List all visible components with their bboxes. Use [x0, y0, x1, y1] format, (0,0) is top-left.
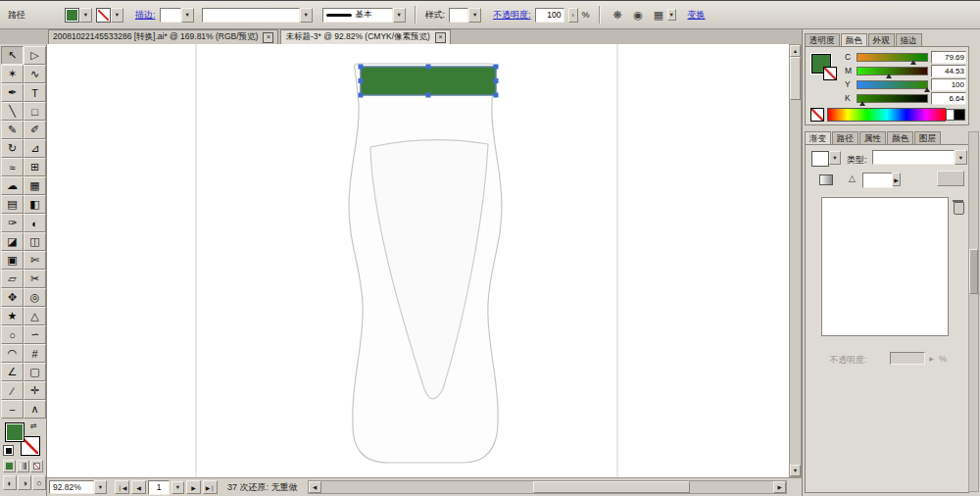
gradient-mode-button[interactable]: [17, 460, 29, 472]
line-segment-tool[interactable]: ╲: [1, 102, 24, 121]
add-anchor-point-tool[interactable]: ✛: [24, 381, 46, 400]
eraser-tool[interactable]: ▱: [1, 270, 24, 288]
cyan-slider[interactable]: [857, 53, 928, 62]
stroke-color-dropdown-arrow[interactable]: ▾: [111, 8, 123, 23]
none-color-swatch[interactable]: [810, 108, 824, 122]
rectangle-tool[interactable]: □: [24, 102, 46, 121]
stroke-profile-select[interactable]: ▾: [202, 8, 313, 23]
lasso-tool[interactable]: ∿: [24, 65, 46, 83]
magenta-slider[interactable]: [857, 67, 928, 75]
grid-dropdown-arrow[interactable]: ▾: [667, 9, 676, 21]
tab-stroke[interactable]: 描边: [896, 33, 922, 47]
yellow-slider[interactable]: [857, 80, 928, 89]
knife-tool[interactable]: ∕: [1, 381, 24, 400]
color-sphere-icon[interactable]: ◉: [630, 7, 647, 24]
live-paint-selection-tool[interactable]: ◫: [24, 232, 46, 251]
gradient-swatch-dropdown-arrow[interactable]: ▾: [829, 151, 841, 165]
tab-path[interactable]: 路径: [832, 131, 858, 145]
pen-tool[interactable]: ✒: [1, 83, 24, 102]
recolor-artwork-icon[interactable]: ❋: [610, 7, 626, 24]
stroke-profile-dropdown-arrow[interactable]: ▾: [300, 8, 313, 23]
grid-icon[interactable]: ▦: [651, 7, 667, 24]
scroll-down-icon[interactable]: ▼: [790, 465, 801, 476]
next-page-icon[interactable]: ▶: [186, 480, 201, 494]
rotate-tool[interactable]: ↻: [1, 139, 24, 158]
live-paint-bucket-tool[interactable]: ◪: [1, 232, 24, 251]
cyan-slider-thumb[interactable]: [910, 60, 916, 65]
close-tab-icon[interactable]: ×: [435, 32, 446, 43]
mesh-tool[interactable]: ▤: [1, 195, 24, 214]
page-dropdown-arrow[interactable]: ▾: [172, 481, 184, 494]
vertical-scrollbar-thumb[interactable]: [790, 57, 801, 100]
horizontal-scrollbar[interactable]: ◀ ▶: [308, 480, 787, 494]
selection-handle[interactable]: [359, 93, 364, 98]
scroll-right-icon[interactable]: ▶: [773, 481, 786, 493]
gradient-angle-input[interactable]: [862, 173, 894, 188]
spiral-tool[interactable]: ∽: [24, 325, 46, 344]
angle-stepper-icon[interactable]: ▶: [892, 173, 901, 186]
brush-select[interactable]: 基本 ▾: [322, 8, 406, 23]
zoom-control[interactable]: 92.82% ▾: [49, 480, 107, 494]
scroll-up-icon[interactable]: ▲: [790, 45, 801, 57]
tab-gradient[interactable]: 渐变: [805, 131, 831, 145]
close-tab-icon[interactable]: ×: [263, 32, 273, 43]
selection-handle[interactable]: [494, 65, 499, 70]
opacity-panel-link[interactable]: 不透明度:: [493, 9, 531, 22]
stroke-color-swatch[interactable]: [96, 8, 111, 23]
type-tool[interactable]: T: [24, 83, 46, 102]
magic-wand-tool[interactable]: ✶: [1, 65, 24, 83]
zoom-dropdown-arrow[interactable]: ▾: [94, 480, 107, 494]
scissors-tool[interactable]: ✂: [24, 270, 46, 288]
tab-color-2[interactable]: 颜色: [887, 131, 913, 145]
warp-tool[interactable]: ≈: [1, 158, 24, 176]
fill-color-dropdown-arrow[interactable]: ▾: [79, 8, 92, 23]
black-value-input[interactable]: [931, 92, 966, 105]
align-grid-control[interactable]: ▦ ▾: [651, 7, 676, 24]
selection-handle[interactable]: [494, 78, 499, 83]
selection-handle[interactable]: [426, 93, 431, 98]
tab-transparency[interactable]: 透明度: [805, 33, 840, 47]
first-page-icon[interactable]: ❘◀: [115, 480, 129, 494]
panel-stroke-swatch[interactable]: [823, 67, 837, 80]
last-page-icon[interactable]: ▶❘: [203, 480, 218, 494]
black-slider[interactable]: [857, 94, 928, 103]
delete-anchor-point-tool[interactable]: −: [1, 400, 24, 419]
stroke-weight-select[interactable]: ▾: [160, 8, 194, 23]
pencil-tool[interactable]: ✐: [24, 121, 46, 139]
tab-layers[interactable]: 图层: [914, 131, 941, 145]
gradient-preview-area[interactable]: [821, 197, 949, 336]
eyedropper-tool[interactable]: ✑: [1, 214, 24, 232]
blend-tool[interactable]: ◐: [24, 214, 46, 232]
canvas[interactable]: [47, 44, 789, 477]
screen-mode-full-menu-icon[interactable]: ◑: [18, 475, 31, 490]
tab-attributes[interactable]: 属性: [859, 131, 886, 145]
opacity-stepper[interactable]: ›: [568, 8, 578, 23]
selection-handle[interactable]: [494, 93, 499, 98]
dock-scrollbar[interactable]: [968, 131, 979, 492]
fill-proxy-swatch[interactable]: [5, 422, 24, 442]
fill-color-swatch[interactable]: [65, 8, 79, 23]
none-mode-button[interactable]: [30, 460, 43, 472]
selected-rectangle[interactable]: [361, 67, 496, 95]
grid-tool[interactable]: #: [24, 344, 46, 363]
color-spectrum-bar[interactable]: [827, 108, 946, 122]
opacity-input[interactable]: [535, 8, 564, 23]
gradient-type-select[interactable]: ▾: [872, 150, 967, 165]
gradient-swatch[interactable]: [811, 151, 829, 167]
gradient-tool[interactable]: ◧: [24, 195, 46, 214]
brush-dropdown-arrow[interactable]: ▾: [393, 8, 406, 23]
ellipse-tool[interactable]: ○: [1, 325, 24, 344]
gradient-ramp-box[interactable]: [937, 171, 964, 186]
prev-page-icon[interactable]: ◀: [131, 480, 146, 494]
black-slider-thumb[interactable]: [859, 101, 865, 106]
crop-area-tool[interactable]: ▣: [1, 251, 24, 270]
trash-icon[interactable]: [954, 202, 964, 215]
slice-tool[interactable]: ✄: [24, 251, 46, 270]
document-tab[interactable]: 20081022145533286 [转换].ai* @ 169.81% (RG…: [48, 29, 278, 44]
yellow-value-input[interactable]: [931, 78, 966, 91]
yellow-slider-thumb[interactable]: [924, 87, 930, 92]
style-dropdown-arrow[interactable]: ▾: [468, 8, 481, 23]
selection-handle[interactable]: [426, 65, 431, 70]
dock-scrollbar-thumb[interactable]: [969, 249, 978, 294]
artboard-tool[interactable]: ▢: [24, 363, 46, 381]
